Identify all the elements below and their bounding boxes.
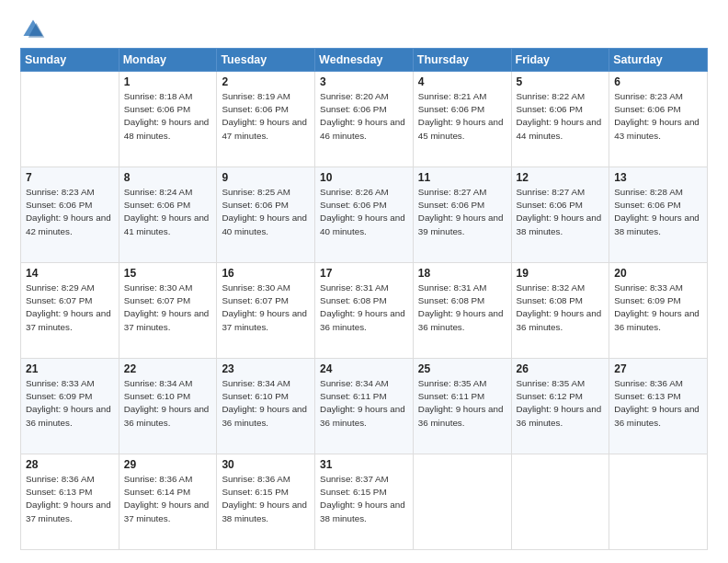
day-info: Sunrise: 8:28 AM Sunset: 6:06 PM Dayligh… — [614, 186, 702, 238]
day-number: 1 — [124, 75, 212, 88]
day-info: Sunrise: 8:32 AM Sunset: 6:08 PM Dayligh… — [517, 282, 605, 334]
day-info: Sunrise: 8:22 AM Sunset: 6:06 PM Dayligh… — [517, 90, 605, 143]
day-number: 5 — [517, 75, 605, 88]
day-number: 31 — [320, 458, 408, 471]
day-number: 8 — [124, 171, 212, 184]
day-info: Sunrise: 8:37 AM Sunset: 6:15 PM Dayligh… — [320, 473, 408, 525]
calendar-cell: 31Sunrise: 8:37 AM Sunset: 6:15 PM Dayli… — [315, 454, 414, 550]
day-info: Sunrise: 8:30 AM Sunset: 6:07 PM Dayligh… — [124, 282, 212, 334]
day-info: Sunrise: 8:26 AM Sunset: 6:06 PM Dayligh… — [320, 186, 408, 238]
day-number: 2 — [222, 75, 310, 88]
day-number: 3 — [320, 75, 408, 88]
day-info: Sunrise: 8:34 AM Sunset: 6:10 PM Dayligh… — [124, 377, 212, 430]
day-info: Sunrise: 8:29 AM Sunset: 6:07 PM Dayligh… — [26, 282, 114, 334]
logo — [20, 17, 50, 42]
calendar-cell: 3Sunrise: 8:20 AM Sunset: 6:06 PM Daylig… — [315, 72, 414, 167]
day-number: 18 — [418, 267, 506, 280]
calendar-cell — [511, 454, 609, 550]
calendar-week-row: 7Sunrise: 8:23 AM Sunset: 6:06 PM Daylig… — [21, 167, 708, 263]
calendar-cell: 12Sunrise: 8:27 AM Sunset: 6:06 PM Dayli… — [511, 167, 609, 263]
day-number: 30 — [222, 458, 310, 471]
weekday-header: Monday — [119, 49, 217, 72]
day-info: Sunrise: 8:31 AM Sunset: 6:08 PM Dayligh… — [320, 282, 408, 334]
calendar-header-row: SundayMondayTuesdayWednesdayThursdayFrid… — [21, 49, 708, 72]
weekday-header: Tuesday — [217, 49, 315, 72]
day-info: Sunrise: 8:23 AM Sunset: 6:06 PM Dayligh… — [614, 90, 702, 143]
day-info: Sunrise: 8:36 AM Sunset: 6:13 PM Dayligh… — [614, 377, 702, 430]
weekday-header: Wednesday — [315, 49, 414, 72]
calendar-cell — [413, 454, 511, 550]
day-info: Sunrise: 8:34 AM Sunset: 6:11 PM Dayligh… — [320, 377, 408, 430]
calendar-cell: 19Sunrise: 8:32 AM Sunset: 6:08 PM Dayli… — [511, 263, 609, 359]
day-info: Sunrise: 8:21 AM Sunset: 6:06 PM Dayligh… — [418, 90, 506, 143]
calendar-week-row: 21Sunrise: 8:33 AM Sunset: 6:09 PM Dayli… — [21, 359, 708, 454]
calendar-cell — [609, 454, 708, 550]
day-info: Sunrise: 8:34 AM Sunset: 6:10 PM Dayligh… — [222, 377, 310, 430]
calendar-cell: 23Sunrise: 8:34 AM Sunset: 6:10 PM Dayli… — [217, 359, 315, 454]
calendar-cell: 29Sunrise: 8:36 AM Sunset: 6:14 PM Dayli… — [119, 454, 217, 550]
day-info: Sunrise: 8:27 AM Sunset: 6:06 PM Dayligh… — [418, 186, 506, 238]
calendar-cell: 25Sunrise: 8:35 AM Sunset: 6:11 PM Dayli… — [413, 359, 511, 454]
day-info: Sunrise: 8:18 AM Sunset: 6:06 PM Dayligh… — [124, 90, 212, 143]
day-info: Sunrise: 8:33 AM Sunset: 6:09 PM Dayligh… — [26, 377, 114, 430]
day-number: 11 — [418, 171, 506, 184]
day-number: 21 — [26, 362, 114, 375]
calendar-cell: 8Sunrise: 8:24 AM Sunset: 6:06 PM Daylig… — [119, 167, 217, 263]
day-number: 27 — [614, 362, 702, 375]
day-info: Sunrise: 8:35 AM Sunset: 6:11 PM Dayligh… — [418, 377, 506, 430]
calendar-cell: 27Sunrise: 8:36 AM Sunset: 6:13 PM Dayli… — [609, 359, 708, 454]
day-number: 13 — [614, 171, 702, 184]
calendar-cell: 16Sunrise: 8:30 AM Sunset: 6:07 PM Dayli… — [217, 263, 315, 359]
calendar-cell: 5Sunrise: 8:22 AM Sunset: 6:06 PM Daylig… — [511, 72, 609, 167]
calendar-cell: 9Sunrise: 8:25 AM Sunset: 6:06 PM Daylig… — [217, 167, 315, 263]
calendar-cell: 1Sunrise: 8:18 AM Sunset: 6:06 PM Daylig… — [119, 72, 217, 167]
calendar-cell: 14Sunrise: 8:29 AM Sunset: 6:07 PM Dayli… — [21, 263, 119, 359]
day-info: Sunrise: 8:25 AM Sunset: 6:06 PM Dayligh… — [222, 186, 310, 238]
day-number: 6 — [614, 75, 702, 88]
day-info: Sunrise: 8:31 AM Sunset: 6:08 PM Dayligh… — [418, 282, 506, 334]
calendar-cell: 4Sunrise: 8:21 AM Sunset: 6:06 PM Daylig… — [413, 72, 511, 167]
day-number: 19 — [517, 267, 605, 280]
day-number: 25 — [418, 362, 506, 375]
day-number: 16 — [222, 267, 310, 280]
day-info: Sunrise: 8:35 AM Sunset: 6:12 PM Dayligh… — [517, 377, 605, 430]
calendar-cell — [21, 72, 119, 167]
calendar-week-row: 28Sunrise: 8:36 AM Sunset: 6:13 PM Dayli… — [21, 454, 708, 550]
day-number: 23 — [222, 362, 310, 375]
day-info: Sunrise: 8:36 AM Sunset: 6:15 PM Dayligh… — [222, 473, 310, 525]
page: SundayMondayTuesdayWednesdayThursdayFrid… — [0, 0, 728, 563]
calendar-cell: 13Sunrise: 8:28 AM Sunset: 6:06 PM Dayli… — [609, 167, 708, 263]
day-number: 9 — [222, 171, 310, 184]
day-number: 10 — [320, 171, 408, 184]
weekday-header: Friday — [511, 49, 609, 72]
day-info: Sunrise: 8:20 AM Sunset: 6:06 PM Dayligh… — [320, 90, 408, 143]
day-number: 24 — [320, 362, 408, 375]
calendar-cell: 30Sunrise: 8:36 AM Sunset: 6:15 PM Dayli… — [217, 454, 315, 550]
day-number: 12 — [517, 171, 605, 184]
day-info: Sunrise: 8:30 AM Sunset: 6:07 PM Dayligh… — [222, 282, 310, 334]
day-number: 4 — [418, 75, 506, 88]
day-info: Sunrise: 8:36 AM Sunset: 6:14 PM Dayligh… — [124, 473, 212, 525]
calendar-cell: 28Sunrise: 8:36 AM Sunset: 6:13 PM Dayli… — [21, 454, 119, 550]
calendar-cell: 24Sunrise: 8:34 AM Sunset: 6:11 PM Dayli… — [315, 359, 414, 454]
header — [20, 17, 708, 42]
day-info: Sunrise: 8:19 AM Sunset: 6:06 PM Dayligh… — [222, 90, 310, 143]
calendar-cell: 6Sunrise: 8:23 AM Sunset: 6:06 PM Daylig… — [609, 72, 708, 167]
day-info: Sunrise: 8:33 AM Sunset: 6:09 PM Dayligh… — [614, 282, 702, 334]
calendar-cell: 20Sunrise: 8:33 AM Sunset: 6:09 PM Dayli… — [609, 263, 708, 359]
calendar-cell: 10Sunrise: 8:26 AM Sunset: 6:06 PM Dayli… — [315, 167, 414, 263]
day-info: Sunrise: 8:23 AM Sunset: 6:06 PM Dayligh… — [26, 186, 114, 238]
calendar-cell: 11Sunrise: 8:27 AM Sunset: 6:06 PM Dayli… — [413, 167, 511, 263]
logo-icon — [20, 17, 46, 42]
day-number: 7 — [26, 171, 114, 184]
calendar-week-row: 1Sunrise: 8:18 AM Sunset: 6:06 PM Daylig… — [21, 72, 708, 167]
calendar-cell: 17Sunrise: 8:31 AM Sunset: 6:08 PM Dayli… — [315, 263, 414, 359]
day-info: Sunrise: 8:27 AM Sunset: 6:06 PM Dayligh… — [517, 186, 605, 238]
calendar-cell: 7Sunrise: 8:23 AM Sunset: 6:06 PM Daylig… — [21, 167, 119, 263]
day-number: 15 — [124, 267, 212, 280]
calendar-table: SundayMondayTuesdayWednesdayThursdayFrid… — [20, 48, 708, 550]
calendar-cell: 26Sunrise: 8:35 AM Sunset: 6:12 PM Dayli… — [511, 359, 609, 454]
day-number: 28 — [26, 458, 114, 471]
day-info: Sunrise: 8:36 AM Sunset: 6:13 PM Dayligh… — [26, 473, 114, 525]
day-number: 17 — [320, 267, 408, 280]
